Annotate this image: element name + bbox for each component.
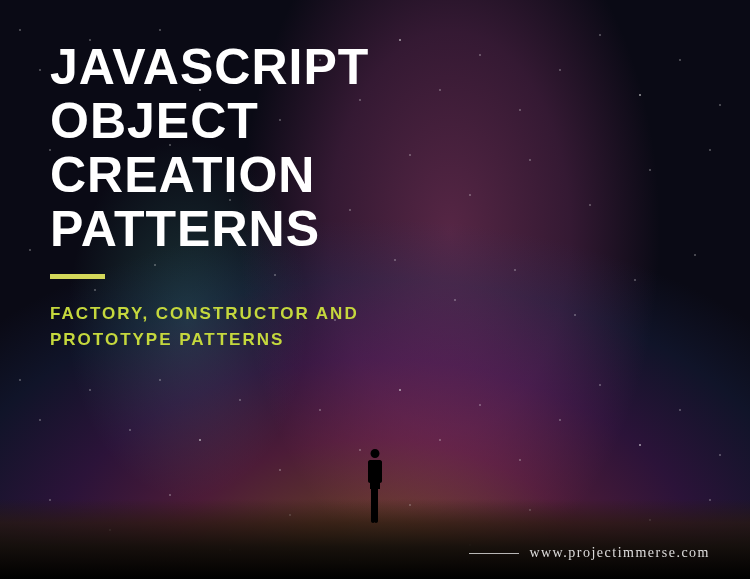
title-line-1: JAVASCRIPT bbox=[50, 39, 369, 95]
title-line-3: CREATION bbox=[50, 147, 315, 203]
subtitle-line-2: PROTOTYPE PATTERNS bbox=[50, 330, 284, 349]
text-content: JAVASCRIPT OBJECT CREATION PATTERNS FACT… bbox=[0, 0, 750, 579]
footer: www.projectimmerse.com bbox=[469, 545, 710, 561]
subtitle: FACTORY, CONSTRUCTOR AND PROTOTYPE PATTE… bbox=[50, 301, 700, 352]
title-line-2: OBJECT bbox=[50, 93, 259, 149]
footer-divider-line bbox=[469, 553, 519, 554]
title-line-4: PATTERNS bbox=[50, 201, 320, 257]
main-title: JAVASCRIPT OBJECT CREATION PATTERNS bbox=[50, 40, 700, 256]
subtitle-line-1: FACTORY, CONSTRUCTOR AND bbox=[50, 304, 359, 323]
footer-url: www.projectimmerse.com bbox=[529, 545, 710, 561]
accent-divider bbox=[50, 274, 105, 279]
